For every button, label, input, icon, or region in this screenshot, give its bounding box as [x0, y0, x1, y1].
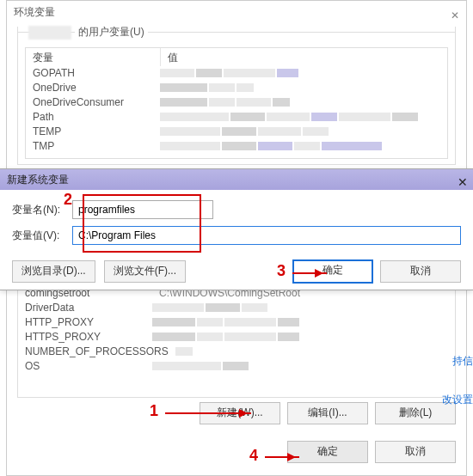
system-variables-group: comingsetrootC:\WINDOWS\ComingSetRootDri…: [17, 284, 456, 398]
var-name-label: 变量名(N):: [12, 203, 72, 217]
table-row[interactable]: OneDrive: [26, 81, 447, 95]
var-value-cell-blurred: [175, 345, 455, 359]
dlg-button-row: 浏览目录(D)... 浏览文件(F)... 确定 取消: [12, 260, 461, 283]
user-vars-list[interactable]: GOPATHOneDriveOneDriveConsumerPathTEMPTM…: [25, 66, 448, 159]
var-value-cell-blurred: [152, 301, 455, 315]
table-row[interactable]: OS: [18, 359, 455, 374]
var-value-cell-blurred: [160, 95, 447, 110]
var-value-cell-blurred: [160, 139, 447, 154]
cancel-button[interactable]: 取消: [375, 441, 456, 463]
table-row[interactable]: OneDriveConsumer: [26, 95, 447, 110]
var-name-cell: HTTPS_PROXY: [18, 330, 152, 345]
table-row[interactable]: TEMP: [26, 125, 447, 139]
close-icon[interactable]: ✕: [458, 172, 468, 192]
user-vars-header: 变量 值: [25, 47, 448, 68]
var-name-cell: OneDriveConsumer: [26, 95, 160, 110]
var-value-cell-blurred: [160, 66, 447, 81]
dlg-titlebar: 新建系统变量 ✕: [0, 169, 473, 190]
var-value-cell-blurred: [152, 330, 455, 345]
user-variables-group: 的用户变量(U) 变量 值 GOPATHOneDriveOneDriveCons…: [17, 27, 456, 165]
var-name-cell: GOPATH: [26, 66, 160, 81]
dlg-ok-button[interactable]: 确定: [292, 259, 373, 284]
system-vars-list[interactable]: comingsetrootC:\WINDOWS\ComingSetRootDri…: [17, 285, 456, 398]
var-name-cell: Path: [26, 110, 160, 125]
new-button[interactable]: 新建(W)...: [200, 402, 280, 424]
var-name-row: 变量名(N):: [12, 200, 461, 219]
var-name-cell: OS: [18, 359, 152, 374]
table-row[interactable]: HTTPS_PROXY: [18, 330, 455, 345]
var-name-cell: NUMBER_OF_PROCESSORS: [18, 345, 175, 359]
var-name-cell: OneDrive: [26, 81, 160, 95]
right-hint-1[interactable]: 持信: [449, 352, 473, 370]
table-row[interactable]: Path: [26, 110, 447, 125]
blurred-username: [28, 26, 71, 40]
ok-button[interactable]: 确定: [287, 441, 368, 463]
dlg-cancel-button[interactable]: 取消: [380, 260, 461, 283]
var-value-cell-blurred: [160, 110, 447, 125]
col-value[interactable]: 值: [161, 48, 447, 67]
var-value-cell-blurred: [160, 81, 447, 95]
right-hint-2[interactable]: 改设置: [439, 391, 473, 409]
browse-file-button[interactable]: 浏览文件(F)...: [104, 260, 186, 283]
var-value-cell-blurred: [152, 315, 455, 330]
table-row[interactable]: NUMBER_OF_PROCESSORS: [18, 345, 455, 359]
envwin-titlebar: 环境变量 ✕: [7, 1, 466, 23]
envwin-title: 环境变量: [14, 6, 55, 18]
edit-button[interactable]: 编辑(I)...: [287, 402, 368, 424]
var-value-cell-blurred: [152, 359, 455, 374]
table-row[interactable]: GOPATH: [26, 66, 447, 81]
dlg-title: 新建系统变量: [7, 174, 69, 186]
col-name[interactable]: 变量: [26, 48, 161, 67]
browse-dir-button[interactable]: 浏览目录(D)...: [12, 260, 95, 283]
user-vars-label: 的用户变量(U): [75, 25, 148, 40]
var-name-cell: TEMP: [26, 125, 160, 139]
system-vars-buttons: 新建(W)... 编辑(I)... 删除(L): [17, 402, 456, 428]
var-name-cell: TMP: [26, 139, 160, 154]
envwin-final-buttons: 确定 取消: [17, 441, 456, 467]
var-name-cell: DriverData: [18, 301, 152, 315]
var-value-cell-blurred: [160, 125, 447, 139]
new-system-variable-dialog: 新建系统变量 ✕ 变量名(N): 变量值(V): 浏览目录(D)... 浏览文件…: [0, 168, 473, 290]
close-icon[interactable]: ✕: [451, 4, 459, 27]
var-name-cell: HTTP_PROXY: [18, 315, 152, 330]
var-value-row: 变量值(V):: [12, 226, 461, 245]
var-value-input[interactable]: [72, 226, 461, 245]
var-name-input[interactable]: [72, 200, 213, 219]
table-row[interactable]: TMP: [26, 139, 447, 154]
table-row[interactable]: DriverData: [18, 301, 455, 315]
var-value-label: 变量值(V):: [12, 229, 72, 243]
table-row[interactable]: HTTP_PROXY: [18, 315, 455, 330]
